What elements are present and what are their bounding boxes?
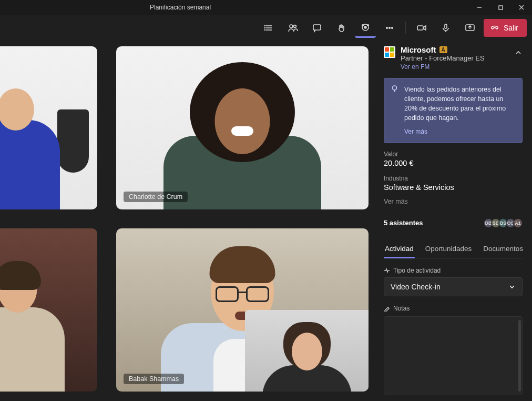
tab-opportunities[interactable]: Oportunidades <box>424 240 473 258</box>
participant-tile[interactable] <box>0 46 97 209</box>
svg-point-19 <box>392 27 393 29</box>
avatar[interactable]: A1 <box>513 218 523 228</box>
share-screen-icon[interactable] <box>459 18 480 37</box>
window-minimize-button[interactable] <box>469 0 490 15</box>
value-label: Valor <box>384 151 523 158</box>
more-actions-icon[interactable] <box>379 18 400 37</box>
industry-label: Industria <box>384 175 523 182</box>
chevron-down-icon <box>508 283 516 290</box>
svg-point-8 <box>264 28 265 28</box>
participant-tile[interactable]: Charlotte de Crum <box>116 46 369 209</box>
svg-point-9 <box>264 30 265 31</box>
camera-icon[interactable] <box>411 18 432 37</box>
panel-tabs: Actividad Oportunidades Documentos <box>384 240 523 258</box>
participant-tile[interactable]: Babak Shammas <box>116 228 369 392</box>
window-close-button[interactable] <box>511 0 532 15</box>
value-amount: 20.000 € <box>384 159 523 167</box>
industry-value: Software & Servicios <box>384 183 523 192</box>
svg-rect-20 <box>417 26 423 30</box>
participant-tile[interactable] <box>0 228 97 392</box>
svg-point-15 <box>362 24 364 26</box>
window-maximize-button[interactable] <box>490 0 511 15</box>
tab-documents[interactable]: Documentos <box>482 240 524 258</box>
insight-tip: Viendo las pedidos anteriores del client… <box>384 78 523 143</box>
svg-point-11 <box>294 25 296 28</box>
tip-more-link[interactable]: Ver más <box>404 127 515 136</box>
breakout-rooms-icon[interactable] <box>355 18 376 38</box>
svg-point-17 <box>386 27 388 29</box>
svg-point-10 <box>290 25 293 28</box>
activity-type-icon <box>384 267 390 274</box>
tab-activity[interactable]: Actividad <box>384 240 415 258</box>
chat-icon[interactable] <box>306 18 328 37</box>
attendees-count: 5 asistentes <box>384 219 423 227</box>
rating-badge: A <box>439 46 447 53</box>
tip-text: Viendo las pedidos anteriores del client… <box>404 86 506 122</box>
attendee-avatars[interactable]: DB SD BS CC A1 <box>486 218 523 228</box>
activity-type-select[interactable]: Video Check-in <box>384 277 523 296</box>
svg-rect-1 <box>499 6 503 9</box>
activity-type-value: Video Check-in <box>391 283 441 291</box>
side-panel: Microsoft A Partner - ForceManager ES Ve… <box>378 41 532 401</box>
people-icon[interactable] <box>282 18 303 37</box>
svg-point-18 <box>389 27 391 29</box>
svg-point-16 <box>367 24 369 26</box>
view-in-fm-link[interactable]: Ver en FM <box>401 63 485 71</box>
self-view-pip[interactable] <box>245 310 369 392</box>
notes-textarea[interactable] <box>384 316 523 395</box>
lightbulb-icon <box>391 85 398 95</box>
svg-rect-12 <box>313 25 321 30</box>
raise-hand-icon[interactable] <box>331 18 352 37</box>
titlebar: Planificación semanal <box>0 0 532 15</box>
window-title: Planificación semanal <box>150 4 211 11</box>
svg-rect-21 <box>445 24 447 28</box>
notes-icon <box>384 305 390 312</box>
meeting-toolbar: Salir <box>0 15 532 41</box>
notes-label: Notas <box>384 305 523 312</box>
svg-point-14 <box>364 26 366 28</box>
microsoft-logo-icon <box>384 46 395 58</box>
svg-point-23 <box>393 86 397 90</box>
toolbar-separator <box>405 22 406 34</box>
company-subtitle: Partner - ForceManager ES <box>401 54 485 62</box>
participant-name: Babak Shammas <box>124 374 184 384</box>
details-more-link[interactable]: Ver más <box>384 198 408 205</box>
svg-point-7 <box>264 26 265 26</box>
scrollbar[interactable] <box>518 320 521 392</box>
participants-list-icon[interactable] <box>258 18 279 37</box>
company-header: Microsoft A Partner - ForceManager ES Ve… <box>384 45 523 71</box>
leave-button[interactable]: Salir <box>484 19 527 37</box>
video-grid: Charlotte de Crum <box>0 41 378 401</box>
participant-name: Charlotte de Crum <box>124 192 188 202</box>
microphone-icon[interactable] <box>435 18 456 37</box>
main-area: Charlotte de Crum <box>0 41 532 401</box>
company-name: Microsoft <box>401 45 436 54</box>
leave-button-label: Salir <box>504 24 518 32</box>
activity-type-label: Tipo de actividad <box>384 267 523 274</box>
collapse-panel-icon[interactable] <box>514 48 523 59</box>
